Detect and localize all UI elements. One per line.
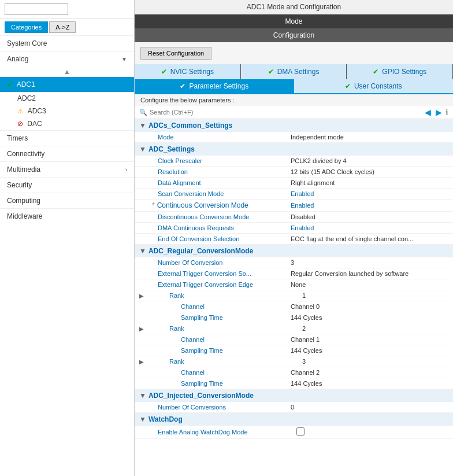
- analog-expand-icon: ▼: [121, 56, 127, 62]
- group-label: ADC_Settings: [148, 145, 195, 153]
- user-check-icon: ✔: [345, 82, 351, 90]
- param-value: Right alignment: [285, 179, 453, 186]
- rank1-value: 1: [296, 292, 453, 299]
- param-value: 3: [285, 259, 453, 266]
- param-name: *Continuous Conversion Mode: [135, 201, 285, 209]
- timers-label: Timers: [7, 134, 28, 142]
- sidebar-tabs: Categories A->Z: [0, 19, 134, 35]
- watchdog-checkbox[interactable]: [296, 427, 305, 436]
- param-value: 12 bits (15 ADC Clock cycles): [285, 168, 453, 175]
- rank-3-row[interactable]: ▶ Rank 3: [135, 356, 453, 367]
- param-name: Clock Prescaler: [135, 157, 285, 164]
- param-value: 144 Cycles: [285, 380, 453, 387]
- config-area: Reset Configuration ✔ NVIC Settings ✔ DM…: [135, 42, 453, 476]
- sidebar-item-adc3[interactable]: ⚠ ADC3: [0, 105, 134, 117]
- sidebar-item-adc2[interactable]: ADC2: [0, 92, 134, 105]
- next-nav-button[interactable]: ▶: [435, 108, 443, 117]
- group-label: ADCs_Common_Settings: [148, 121, 232, 130]
- group-adcs-common[interactable]: ▼ ADCs_Common_Settings: [135, 119, 453, 132]
- group-watchdog[interactable]: ▼ WatchDog: [135, 413, 453, 426]
- system-core-label: System Core: [7, 39, 47, 47]
- dma-label: DMA Settings: [277, 68, 320, 76]
- computing-label: Computing: [7, 197, 40, 205]
- param-value: EOC flag at the end of single channel co…: [285, 235, 453, 242]
- param-value: Channel 1: [285, 336, 453, 343]
- adc3-warn-icon: ⚠: [17, 107, 24, 115]
- param-mode: Mode Independent mode: [135, 132, 453, 143]
- param-name: Sampling Time: [135, 314, 285, 321]
- sidebar-item-system-core[interactable]: System Core: [0, 35, 134, 51]
- analog-label: Analog: [7, 55, 28, 63]
- tab-gpio-settings[interactable]: ✔ GPIO Settings: [347, 64, 453, 79]
- group-adc-settings[interactable]: ▼ ADC_Settings: [135, 143, 453, 156]
- dac-label: DAC: [27, 120, 42, 128]
- rank2-channel: Channel Channel 1: [135, 334, 453, 345]
- search-icon: 🔍: [139, 109, 147, 116]
- sidebar-item-analog[interactable]: Analog ▼: [0, 51, 134, 67]
- param-name: Channel: [135, 303, 285, 310]
- adc1-label: ADC1: [17, 80, 35, 88]
- tab-user-constants[interactable]: ✔ User Constants: [294, 79, 454, 93]
- rank2-value: 2: [296, 325, 453, 332]
- sidebar-item-middleware[interactable]: Middleware: [0, 208, 134, 224]
- param-name: External Trigger Conversion Edge: [135, 281, 285, 288]
- main-content: ADC1 Mode and Configuration Mode Configu…: [135, 0, 453, 476]
- configure-label: Configure the below parameters :: [135, 94, 453, 106]
- param-name: Sampling Time: [135, 347, 285, 354]
- sidebar-item-adc1[interactable]: ✔ ADC1: [0, 77, 134, 92]
- rank1-sampling: Sampling Time 144 Cycles: [135, 312, 453, 323]
- sidebar-item-timers[interactable]: Timers: [0, 130, 134, 146]
- rank-2-row[interactable]: ▶ Rank 2: [135, 323, 453, 334]
- group-adc-regular[interactable]: ▼ ADC_Regular_ConversionMode: [135, 245, 453, 257]
- param-discontinuous: Discontinuous Conversion Mode Disabled: [135, 212, 453, 223]
- param-name: Sampling Time: [135, 380, 285, 387]
- param-name-mode: Mode: [135, 134, 285, 141]
- param-check-icon: ✔: [180, 82, 185, 90]
- param-search-input[interactable]: [150, 109, 421, 116]
- group-label: ADC_Injected_ConversionMode: [148, 392, 254, 400]
- gpio-label: GPIO Settings: [382, 68, 426, 76]
- tab-parameter-settings[interactable]: ✔ Parameter Settings: [135, 79, 294, 93]
- multimedia-expand-icon: ›: [125, 167, 127, 173]
- sidebar-item-security[interactable]: Security: [0, 177, 134, 193]
- sidebar-item-computing[interactable]: Computing: [0, 193, 134, 208]
- sidebar-item-dac[interactable]: ⊘ DAC: [0, 117, 134, 130]
- adc2-label: ADC2: [17, 94, 36, 102]
- tab-categories[interactable]: Categories: [5, 21, 48, 33]
- param-value: [285, 427, 453, 437]
- param-name: Number Of Conversion: [135, 259, 285, 266]
- rank3-channel: Channel Channel 2: [135, 367, 453, 378]
- param-dma-continuous: DMA Continuous Requests Enabled: [135, 223, 453, 234]
- rank3-sampling: Sampling Time 144 Cycles: [135, 378, 453, 389]
- param-ext-trigger-source: External Trigger Conversion So... Regula…: [135, 268, 453, 279]
- search-input[interactable]: [5, 3, 68, 15]
- dma-check-icon: ✔: [268, 68, 274, 76]
- tab-atoz[interactable]: A->Z: [49, 21, 76, 33]
- param-value: 0: [285, 404, 453, 411]
- config-header: Configuration: [135, 28, 453, 42]
- params-tabs-row: ✔ Parameter Settings ✔ User Constants: [135, 79, 453, 94]
- sidebar-item-multimedia[interactable]: Multimedia ›: [0, 161, 134, 177]
- group-arrow-icon: ▼: [139, 145, 146, 153]
- param-name: Data Alignment: [135, 179, 285, 186]
- param-clock-prescaler: Clock Prescaler PCLK2 divided by 4: [135, 156, 453, 167]
- tab-dma-settings[interactable]: ✔ DMA Settings: [241, 64, 347, 79]
- reset-config-button[interactable]: Reset Configuration: [140, 47, 211, 60]
- param-value: Disabled: [285, 213, 453, 220]
- tab-nvic-settings[interactable]: ✔ NVIC Settings: [135, 64, 241, 79]
- param-name: Discontinuous Conversion Mode: [135, 213, 285, 220]
- mode-header: Mode: [135, 14, 453, 28]
- rank3-value: 3: [296, 358, 453, 365]
- sidebar-item-connectivity[interactable]: Connectivity: [0, 146, 134, 161]
- param-value-mode: Independent mode: [285, 134, 453, 141]
- group-adc-injected[interactable]: ▼ ADC_Injected_ConversionMode: [135, 389, 453, 402]
- rank-1-row[interactable]: ▶ Rank 1: [135, 290, 453, 301]
- param-ext-trigger-edge: External Trigger Conversion Edge None: [135, 279, 453, 290]
- rank2-label: Rank: [146, 325, 296, 332]
- param-value: Regular Conversion launched by software: [285, 270, 453, 277]
- param-num-conversion: Number Of Conversion 3: [135, 257, 453, 268]
- info-icon[interactable]: ℹ: [445, 108, 448, 116]
- param-name: Number Of Conversions: [135, 404, 285, 411]
- group-arrow-icon: ▼: [139, 392, 146, 400]
- prev-nav-button[interactable]: ◀: [424, 108, 432, 117]
